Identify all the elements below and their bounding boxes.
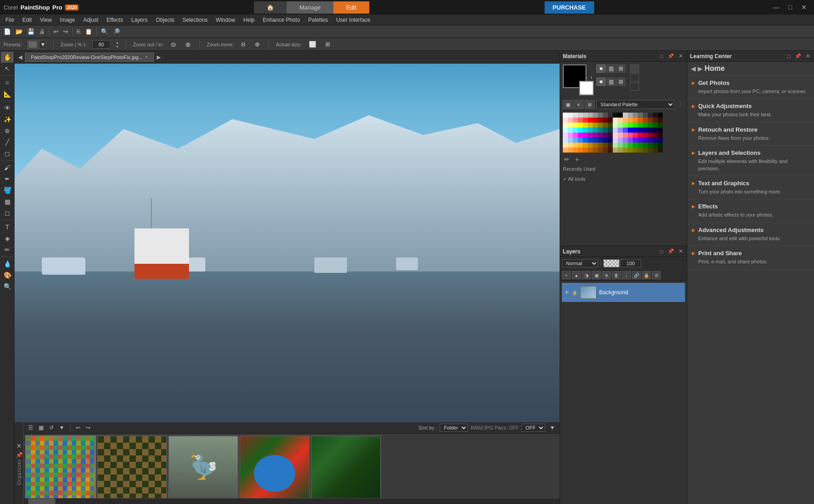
edit-tab[interactable]: Edit bbox=[333, 1, 369, 14]
swatch[interactable] bbox=[593, 128, 598, 133]
layers-pin-button[interactable]: 📌 bbox=[666, 248, 675, 255]
swatch[interactable] bbox=[568, 148, 573, 153]
swatch[interactable] bbox=[568, 113, 573, 118]
new-group-layer[interactable]: ▣ bbox=[592, 271, 601, 279]
lc-print-share-header[interactable]: ▶ Print and Share bbox=[692, 250, 809, 257]
transparent-button[interactable] bbox=[630, 64, 639, 73]
maximize-button[interactable]: □ bbox=[785, 3, 796, 12]
link-layers[interactable]: 🔗 bbox=[632, 271, 641, 279]
add-color-button[interactable]: + bbox=[574, 155, 580, 163]
org-list-view[interactable]: ☰ bbox=[26, 424, 35, 432]
raw-pairs-dropdown[interactable]: OFF bbox=[521, 424, 545, 432]
swatch[interactable] bbox=[653, 148, 658, 153]
fg-gradient-button[interactable]: ▥ bbox=[606, 64, 615, 73]
swatch[interactable] bbox=[643, 138, 648, 143]
makeover-tool[interactable]: ✨ bbox=[1, 114, 14, 125]
swatch[interactable] bbox=[628, 138, 633, 143]
menu-selections[interactable]: Selections bbox=[179, 15, 211, 25]
preset-dropdown-arrow[interactable]: ▼ bbox=[39, 40, 46, 49]
swatch[interactable] bbox=[648, 118, 653, 123]
swatch[interactable] bbox=[603, 128, 608, 133]
thumbnail-5[interactable] bbox=[311, 435, 381, 498]
zoom-out-circle[interactable]: ⊖ bbox=[169, 40, 178, 49]
layer-blend-mode[interactable]: Normal bbox=[562, 259, 598, 267]
swatch[interactable] bbox=[573, 138, 578, 143]
swatch[interactable] bbox=[588, 148, 593, 153]
preset-icon[interactable] bbox=[27, 40, 38, 49]
swatch[interactable] bbox=[653, 138, 658, 143]
swatch[interactable] bbox=[588, 143, 593, 148]
swatch[interactable] bbox=[648, 133, 653, 138]
swatch-yellow[interactable] bbox=[578, 123, 583, 128]
layer-visibility-icon[interactable]: 👁 bbox=[565, 290, 569, 295]
swatch[interactable] bbox=[593, 123, 598, 128]
organizer-scrollbar[interactable] bbox=[24, 498, 560, 504]
actual-size-button[interactable]: ⬜ bbox=[307, 40, 318, 49]
swatch[interactable] bbox=[593, 138, 598, 143]
organizer-pin-button[interactable]: 📌 bbox=[15, 450, 24, 459]
swatch[interactable] bbox=[583, 138, 588, 143]
swatch[interactable] bbox=[578, 113, 583, 118]
text-tool[interactable]: T bbox=[1, 222, 14, 232]
bg-gradient-button[interactable]: ▥ bbox=[606, 78, 615, 86]
palette-dropdown[interactable]: Standard Palette bbox=[596, 100, 675, 109]
swatch[interactable] bbox=[638, 133, 643, 138]
swatch[interactable] bbox=[608, 133, 613, 138]
swatch[interactable] bbox=[598, 123, 603, 128]
swatch[interactable] bbox=[583, 128, 588, 133]
swatch[interactable] bbox=[568, 138, 573, 143]
new-raster-layer[interactable]: + bbox=[562, 271, 571, 279]
thumbnail-2[interactable] bbox=[97, 435, 167, 498]
swatch[interactable] bbox=[648, 148, 653, 153]
swatch[interactable] bbox=[588, 133, 593, 138]
swatch[interactable] bbox=[603, 148, 608, 153]
swatch[interactable] bbox=[653, 143, 658, 148]
swatch-cyan[interactable] bbox=[578, 128, 583, 133]
lc-forward-button[interactable]: ▶ bbox=[698, 65, 703, 72]
org-grid-view[interactable]: ▦ bbox=[37, 424, 45, 432]
swatch[interactable] bbox=[613, 143, 618, 148]
swatch[interactable] bbox=[633, 133, 638, 138]
materials-close-button[interactable]: ✕ bbox=[677, 53, 684, 59]
menu-window[interactable]: Window bbox=[212, 15, 239, 25]
swatch[interactable] bbox=[658, 118, 663, 123]
swatch[interactable] bbox=[618, 138, 623, 143]
swatch[interactable] bbox=[633, 143, 638, 148]
home-icon[interactable]: 🏠 bbox=[254, 1, 287, 14]
zoom-in-button[interactable]: 🔍 bbox=[99, 27, 110, 36]
swatch[interactable] bbox=[583, 118, 588, 123]
organizer-close-button[interactable]: ✕ bbox=[15, 441, 25, 450]
tab-close-button[interactable]: × bbox=[145, 54, 148, 59]
swatch[interactable] bbox=[608, 118, 613, 123]
swatch[interactable] bbox=[618, 143, 623, 148]
swatch[interactable] bbox=[648, 138, 653, 143]
paste-button[interactable]: 📋 bbox=[83, 27, 94, 36]
swatch[interactable] bbox=[583, 123, 588, 128]
palette-options-button[interactable]: ⋮ bbox=[676, 101, 684, 108]
swatch[interactable] bbox=[618, 133, 623, 138]
swatch[interactable] bbox=[563, 148, 568, 153]
fg-pattern-button[interactable]: ⊞ bbox=[616, 64, 625, 73]
swatch[interactable] bbox=[573, 123, 578, 128]
swatch[interactable] bbox=[573, 118, 578, 123]
swatch[interactable] bbox=[578, 143, 583, 148]
org-undo[interactable]: ↩ bbox=[74, 424, 82, 432]
swatch[interactable] bbox=[658, 123, 663, 128]
copy-button[interactable]: ⎘ bbox=[75, 27, 82, 36]
swatch[interactable] bbox=[633, 138, 638, 143]
swatch[interactable] bbox=[623, 128, 628, 133]
swatch[interactable] bbox=[563, 128, 568, 133]
swatch[interactable] bbox=[598, 148, 603, 153]
thumbnail-4[interactable] bbox=[239, 435, 310, 498]
swatch[interactable] bbox=[643, 143, 648, 148]
swatch[interactable] bbox=[633, 113, 638, 118]
swatch[interactable] bbox=[608, 113, 613, 118]
lc-close-button[interactable]: ✕ bbox=[804, 53, 811, 59]
swatch[interactable] bbox=[593, 148, 598, 153]
tab-next-button[interactable]: ▶ bbox=[155, 53, 163, 61]
menu-image[interactable]: Image bbox=[56, 15, 79, 25]
swatch[interactable] bbox=[588, 138, 593, 143]
lc-retouch-header[interactable]: ▶ Retouch and Restore bbox=[692, 126, 809, 133]
clone-tool[interactable]: ⊛ bbox=[1, 125, 14, 136]
swatch[interactable] bbox=[623, 118, 628, 123]
